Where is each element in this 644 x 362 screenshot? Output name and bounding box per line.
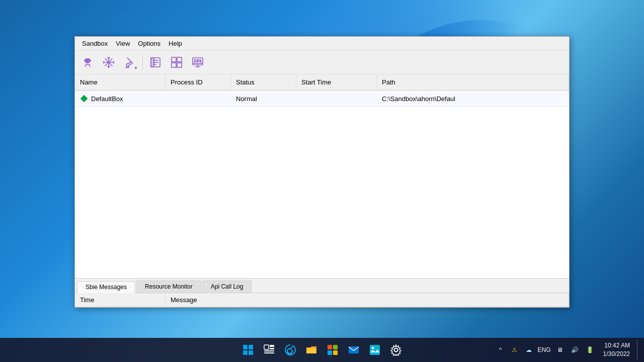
photos-icon — [369, 344, 381, 356]
snowflake-icon — [102, 56, 115, 69]
table-header: Name Process ID Status Start Time Path — [75, 74, 569, 90]
svg-rect-43 — [270, 348, 274, 349]
taskbar: ^ ⚠ ☁ ENG 🖥 🔊 🔋 10:42 AM 1/30/2022 — [0, 338, 644, 362]
settings-button[interactable] — [78, 53, 97, 72]
svg-point-53 — [394, 348, 398, 352]
tray-warning[interactable]: ⚠ — [509, 344, 521, 356]
svg-line-16 — [127, 67, 128, 68]
bottom-tabs: Sbie Messages Resource Monitor Api Call … — [75, 278, 569, 307]
menu-bar: Sandbox View Options Help — [75, 37, 569, 51]
svg-line-15 — [126, 67, 127, 68]
content-area: Name Process ID Status Start Time Path D… — [75, 74, 569, 307]
svg-rect-41 — [264, 345, 269, 349]
col-header-name[interactable]: Name — [75, 74, 166, 90]
svg-point-52 — [372, 347, 374, 349]
mail-button[interactable] — [344, 340, 364, 360]
store-icon — [327, 344, 339, 356]
toolbar: ▼ — [75, 51, 569, 74]
windows-icon — [242, 344, 254, 356]
svg-rect-24 — [177, 57, 182, 62]
col-header-path[interactable]: Path — [377, 74, 569, 90]
svg-rect-40 — [249, 350, 253, 355]
list-button-2[interactable] — [167, 53, 186, 72]
bottom-col-message[interactable]: Message — [166, 293, 569, 307]
monitor-button[interactable] — [188, 53, 207, 72]
system-tray: ^ ⚠ ☁ — [495, 344, 535, 356]
tab-resource-monitor[interactable]: Resource Monitor — [136, 281, 201, 293]
taskbar-right: ^ ⚠ ☁ ENG 🖥 🔊 🔋 10:42 AM 1/30/2022 — [495, 340, 640, 360]
list-button-1[interactable] — [146, 53, 165, 72]
folder-icon — [305, 344, 317, 356]
svg-rect-46 — [328, 345, 332, 349]
book-icon — [149, 56, 162, 69]
tray-speaker[interactable]: 🔊 — [569, 344, 581, 356]
chevron-down-icon: ▼ — [134, 66, 138, 70]
svg-rect-48 — [328, 350, 332, 355]
tray-monitor[interactable]: 🖥 — [554, 344, 566, 356]
taskbar-center — [238, 340, 406, 360]
svg-rect-22 — [151, 58, 154, 67]
svg-rect-47 — [333, 345, 338, 349]
clock-date: 1/30/2022 — [603, 350, 630, 358]
widgets-button[interactable] — [259, 340, 279, 360]
cell-name: DefaultBox — [75, 92, 166, 106]
cell-path: C:\Sandbox\ahorn\Defaul — [377, 92, 569, 106]
col-header-starttime[interactable]: Start Time — [296, 74, 377, 90]
menu-help[interactable]: Help — [166, 39, 185, 48]
svg-rect-44 — [264, 350, 274, 351]
tray-chevron[interactable]: ^ — [495, 344, 507, 356]
svg-rect-50 — [349, 346, 359, 353]
menu-view[interactable]: View — [113, 39, 133, 48]
bottom-header: Time Message — [75, 293, 569, 307]
grid-icon — [170, 56, 183, 69]
store-button[interactable] — [323, 340, 343, 360]
table-row[interactable]: DefaultBox Normal C:\Sandbox\ahorn\Defau… — [75, 90, 569, 107]
gear-eye-icon — [81, 56, 94, 69]
tray-battery[interactable]: 🔋 — [584, 344, 596, 356]
table-body: DefaultBox Normal C:\Sandbox\ahorn\Defau… — [75, 90, 569, 278]
svg-rect-25 — [172, 63, 176, 67]
cleanup-button[interactable]: ▼ — [120, 53, 139, 72]
edge-icon — [284, 344, 296, 356]
svg-marker-36 — [80, 95, 88, 102]
tab-api-call-log[interactable]: Api Call Log — [202, 281, 252, 293]
monitor-icon — [191, 56, 204, 69]
show-desktop-button[interactable] — [637, 340, 640, 360]
bottom-col-time[interactable]: Time — [75, 293, 166, 307]
svg-rect-49 — [333, 350, 338, 355]
svg-rect-39 — [243, 350, 248, 355]
network-button[interactable] — [99, 53, 118, 72]
edge-button[interactable] — [280, 340, 300, 360]
tab-sbie-messages[interactable]: Sbie Messages — [77, 281, 135, 293]
cell-status: Normal — [231, 92, 296, 106]
svg-rect-42 — [270, 345, 274, 347]
svg-rect-23 — [172, 57, 176, 62]
svg-rect-37 — [243, 345, 248, 349]
cell-pid — [166, 96, 231, 102]
tab-bar: Sbie Messages Resource Monitor Api Call … — [75, 279, 569, 293]
col-header-status[interactable]: Status — [231, 74, 296, 90]
svg-rect-45 — [264, 352, 274, 353]
bottom-content: Time Message — [75, 293, 569, 307]
clock-time: 10:42 AM — [603, 341, 630, 350]
diamond-icon — [80, 95, 88, 103]
language-indicator[interactable]: ENG — [538, 346, 551, 353]
mail-icon — [348, 344, 360, 356]
photos-button[interactable] — [365, 340, 385, 360]
app-window: Sandbox View Options Help — [74, 36, 570, 308]
separator-1 — [142, 55, 143, 70]
tray-cloud[interactable]: ☁ — [523, 344, 535, 356]
cell-starttime — [296, 96, 377, 102]
svg-rect-26 — [177, 63, 182, 67]
menu-sandbox[interactable]: Sandbox — [79, 39, 111, 48]
widgets-icon — [263, 344, 275, 356]
settings-icon — [390, 344, 402, 356]
settings-taskbar-button[interactable] — [386, 340, 406, 360]
menu-options[interactable]: Options — [135, 39, 164, 48]
svg-point-1 — [87, 60, 89, 62]
explorer-button[interactable] — [301, 340, 321, 360]
col-header-pid[interactable]: Process ID — [166, 74, 231, 90]
system-clock[interactable]: 10:42 AM 1/30/2022 — [599, 341, 634, 358]
svg-rect-51 — [370, 345, 380, 355]
start-button[interactable] — [238, 340, 258, 360]
